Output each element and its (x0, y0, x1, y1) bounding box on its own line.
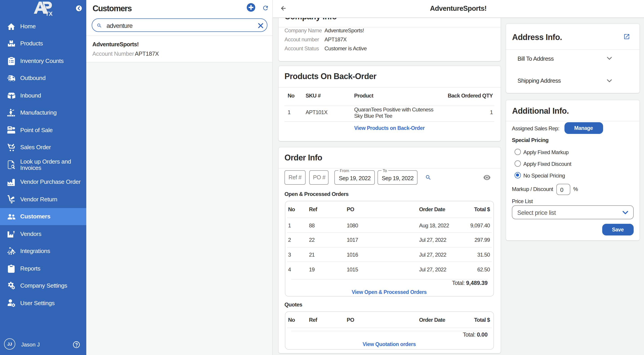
svg-text:TX: TX (46, 10, 52, 16)
